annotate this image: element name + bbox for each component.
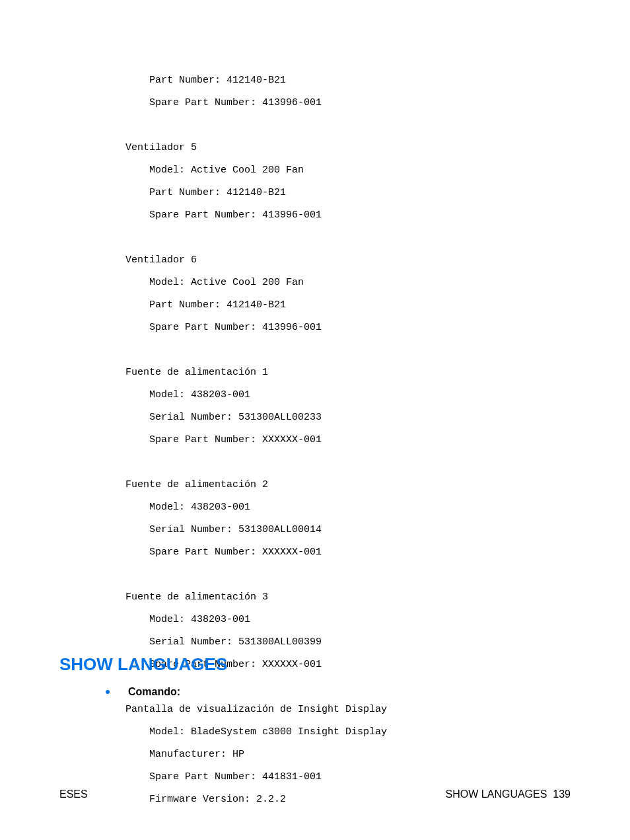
- bullet-row-comando: Comando:: [106, 686, 180, 698]
- footer-right-label: SHOW LANGUAGES: [446, 788, 547, 800]
- command-output-block: Part Number: 412140-B21 Spare Part Numbe…: [125, 69, 387, 811]
- footer-page-number: 139: [553, 788, 571, 800]
- footer-right: SHOW LANGUAGES 139: [446, 788, 571, 800]
- bullet-icon: [106, 690, 110, 694]
- page-footer: ESES SHOW LANGUAGES 139: [59, 788, 571, 800]
- section-heading-show-languages: SHOW LANGUAGES: [59, 654, 227, 675]
- footer-left: ESES: [59, 788, 88, 800]
- page: Part Number: 412140-B21 Spare Part Numbe…: [0, 0, 630, 840]
- bullet-label: Comando:: [128, 686, 180, 698]
